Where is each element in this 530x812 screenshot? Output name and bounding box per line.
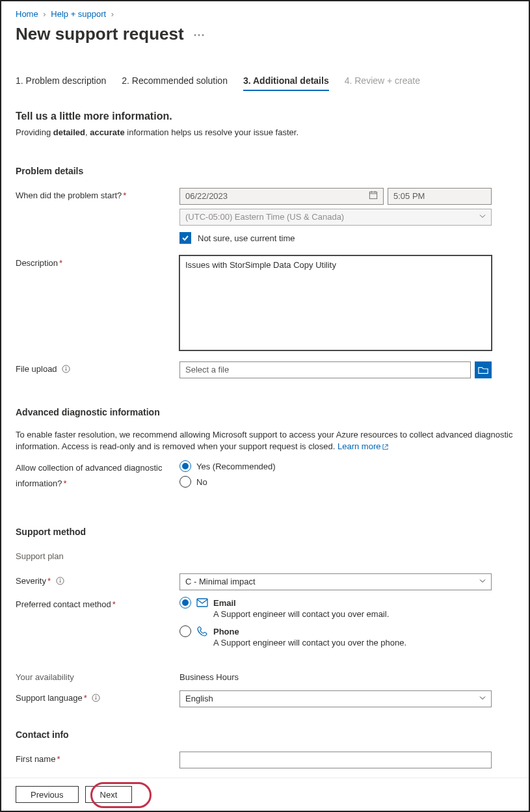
calendar-icon xyxy=(369,190,378,202)
radio-icon xyxy=(179,460,191,472)
chevron-right-icon: › xyxy=(111,9,114,19)
contact-email-desc: A Support engineer will contact you over… xyxy=(213,609,492,619)
breadcrumb-home[interactable]: Home xyxy=(16,9,38,19)
group-support-method: Support method xyxy=(16,527,514,537)
not-sure-checkbox[interactable] xyxy=(179,232,191,244)
language-select[interactable]: English xyxy=(179,690,492,707)
label-file-upload: File upload xyxy=(16,361,179,378)
tab-additional-details[interactable]: 3. Additional details xyxy=(243,75,329,91)
value-availability: Business Hours xyxy=(179,670,492,685)
tab-recommended-solution[interactable]: 2. Recommended solution xyxy=(122,75,228,91)
breadcrumb: Home › Help + support › xyxy=(16,8,514,23)
external-link-icon xyxy=(382,443,389,451)
label-support-plan: Support plan xyxy=(16,549,179,564)
radio-icon xyxy=(179,597,191,609)
chevron-right-icon: › xyxy=(43,9,46,19)
radio-icon xyxy=(179,476,191,488)
group-problem-details: Problem details xyxy=(16,166,514,176)
wizard-footer: Previous Next xyxy=(1,778,529,811)
group-contact-info: Contact info xyxy=(16,729,514,740)
email-icon xyxy=(196,597,208,609)
breadcrumb-help-support[interactable]: Help + support xyxy=(51,9,106,19)
info-icon[interactable] xyxy=(92,692,100,707)
label-availability: Your availability xyxy=(16,670,179,685)
not-sure-label: Not sure, use current time xyxy=(198,233,295,243)
file-select-input[interactable]: Select a file xyxy=(179,361,471,378)
svg-point-5 xyxy=(66,367,66,367)
tab-problem-description[interactable]: 1. Problem description xyxy=(16,75,106,91)
timezone-select[interactable]: (UTC-05:00) Eastern Time (US & Canada) xyxy=(179,209,492,226)
severity-select[interactable]: C - Minimal impact xyxy=(179,573,492,590)
contact-phone-desc: A Support engineer will contact you over… xyxy=(213,638,492,648)
description-textarea[interactable]: Issues with StorSimple Data Copy Utility xyxy=(179,255,492,350)
label-severity: Severity* xyxy=(16,573,179,590)
folder-icon xyxy=(478,365,488,374)
tab-review-create: 4. Review + create xyxy=(345,75,420,91)
learn-more-link[interactable]: Learn more xyxy=(338,441,389,451)
svg-point-13 xyxy=(96,696,96,696)
group-advanced-diagnostic: Advanced diagnostic information xyxy=(16,407,514,417)
advanced-text: To enable faster resolution, we recommen… xyxy=(16,429,514,452)
radio-contact-email[interactable]: Email xyxy=(179,597,492,609)
svg-rect-0 xyxy=(369,192,377,199)
radio-contact-phone[interactable]: Phone xyxy=(179,625,492,637)
label-preferred-contact: Preferred contact method* xyxy=(16,597,179,612)
file-browse-button[interactable] xyxy=(475,361,492,378)
section-heading-intro: Tell us a little more information. xyxy=(16,111,514,122)
label-when-start: When did the problem start?* xyxy=(16,188,179,203)
svg-line-7 xyxy=(385,445,388,448)
next-button[interactable]: Next xyxy=(85,786,133,803)
first-name-input[interactable] xyxy=(179,752,492,768)
radio-diag-yes[interactable]: Yes (Recommended) xyxy=(179,460,492,472)
svg-point-9 xyxy=(59,579,60,579)
label-support-language: Support language* xyxy=(16,690,179,707)
time-input[interactable]: 5:05 PM xyxy=(388,188,492,205)
more-actions-icon[interactable]: ⋯ xyxy=(193,27,205,42)
page-title: New support request ⋯ xyxy=(16,24,514,44)
info-icon[interactable] xyxy=(62,363,70,378)
info-icon[interactable] xyxy=(56,575,64,590)
label-description: Description* xyxy=(16,255,179,271)
label-first-name: First name* xyxy=(16,752,179,767)
label-allow-diagnostic: Allow collection of advanced diagnostic … xyxy=(16,460,179,491)
date-input[interactable]: 06/22/2023 xyxy=(179,188,384,205)
svg-rect-11 xyxy=(197,599,207,607)
intro-text: Providing detailed, accurate information… xyxy=(16,127,514,137)
wizard-tabs: 1. Problem description 2. Recommended so… xyxy=(16,75,514,91)
previous-button[interactable]: Previous xyxy=(16,786,79,803)
radio-diag-no[interactable]: No xyxy=(179,476,492,488)
phone-icon xyxy=(196,625,208,637)
radio-icon xyxy=(179,625,191,637)
